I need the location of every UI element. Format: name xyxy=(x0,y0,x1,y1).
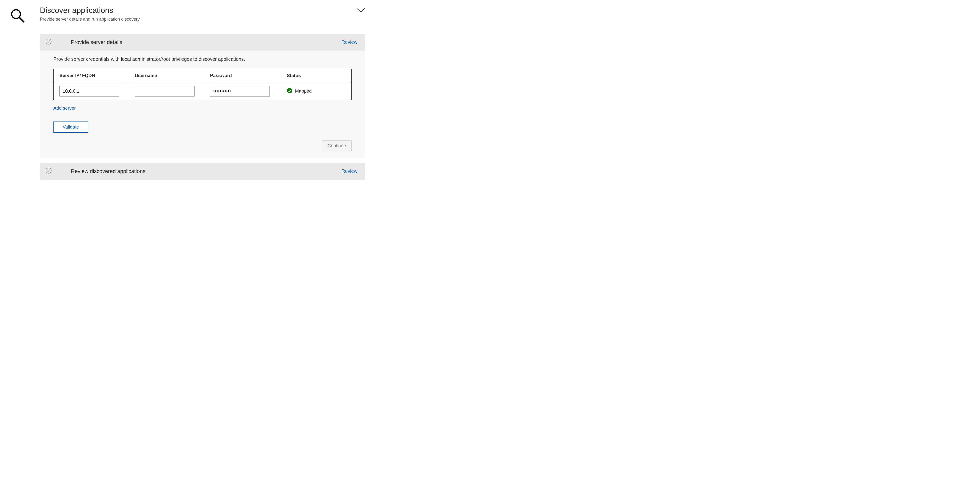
chevron-down-icon[interactable] xyxy=(356,8,365,14)
instruction-text: Provide server credentials with local ad… xyxy=(53,56,352,62)
svg-point-2 xyxy=(46,39,51,44)
review-link-section1[interactable]: Review xyxy=(341,39,358,45)
section-provide-server-details-body: Provide server credentials with local ad… xyxy=(40,51,365,158)
username-input[interactable] xyxy=(135,86,194,96)
validate-button[interactable]: Validate xyxy=(53,121,88,133)
server-table: Server IP/ FQDN Username Password Status xyxy=(53,69,352,100)
svg-line-1 xyxy=(19,18,24,22)
search-icon xyxy=(10,19,25,24)
col-header-username: Username xyxy=(135,73,210,78)
page-header: Discover applications Provide server det… xyxy=(40,6,365,29)
section-title-review-applications: Review discovered applications xyxy=(71,168,341,174)
review-link-section2[interactable]: Review xyxy=(341,168,358,174)
col-header-password: Password xyxy=(210,73,285,78)
continue-button: Continue xyxy=(322,140,352,151)
page-title: Discover applications xyxy=(40,6,140,15)
col-header-ip: Server IP/ FQDN xyxy=(59,73,135,78)
password-input[interactable] xyxy=(210,86,270,96)
server-table-row: Mapped xyxy=(54,82,352,100)
server-ip-input[interactable] xyxy=(59,86,119,96)
check-circle-outline-icon xyxy=(45,167,52,175)
svg-point-3 xyxy=(287,88,292,93)
add-server-link[interactable]: Add server xyxy=(53,105,76,111)
status-text: Mapped xyxy=(295,88,312,94)
col-header-status: Status xyxy=(285,73,345,78)
status-cell: Mapped xyxy=(287,88,345,95)
section-title-provide-server-details: Provide server details xyxy=(71,39,341,45)
svg-point-4 xyxy=(46,168,51,173)
section-review-applications-bar: Review discovered applications Review xyxy=(40,163,365,180)
check-circle-solid-icon xyxy=(287,88,293,95)
page-subtitle: Provide server details and run applicati… xyxy=(40,17,140,22)
section-provide-server-details-bar: Provide server details Review xyxy=(40,34,365,51)
check-circle-outline-icon xyxy=(45,38,52,46)
server-table-header: Server IP/ FQDN Username Password Status xyxy=(54,69,352,82)
